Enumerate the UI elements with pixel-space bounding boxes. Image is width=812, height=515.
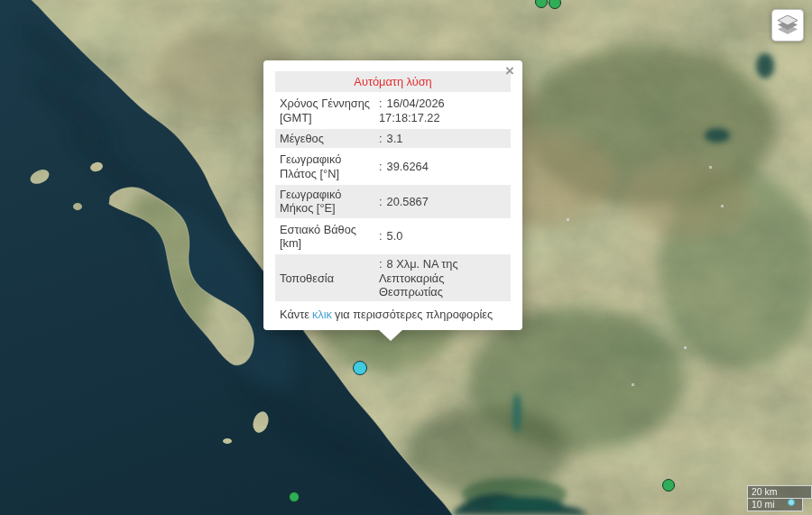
layers-icon <box>777 15 798 35</box>
scale-control: 20 km 10 mi <box>747 485 812 511</box>
row-label: Χρόνος Γέννησης [GMT] <box>280 97 374 124</box>
row-depth: Εστιακό Βάθος [km] :5.0 <box>275 220 511 253</box>
popup-title: Αυτόματη λύση <box>275 71 511 92</box>
popup-close-icon[interactable]: × <box>503 61 516 80</box>
row-magnitude: Μέγεθος :3.1 <box>275 129 511 148</box>
scale-km-label: 20 km <box>747 485 812 499</box>
row-location: Τοποθεσία :8 Χλμ. ΝΑ της Λεπτοκαριάς Θεσ… <box>275 254 511 301</box>
earthquake-marker[interactable] <box>289 492 300 502</box>
row-value: :16/04/2026 17:18:17.22 <box>374 97 506 124</box>
popup-more-info: Κάντεκλικγια περισσότερες πληροφορίες <box>275 303 511 321</box>
earthquake-popup: × Αυτόματη λύση Χρόνος Γέννησης [GMT] :1… <box>263 60 522 330</box>
popup-tail <box>378 329 403 341</box>
row-origin-time: Χρόνος Γέννησης [GMT] :16/04/2026 17:18:… <box>275 94 511 127</box>
earthquake-info-table: Αυτόματη λύση Χρόνος Γέννησης [GMT] :16/… <box>275 71 511 322</box>
row-label: Γεωγραφικό Πλάτος [°N] <box>280 152 374 180</box>
row-value: :20.5867 <box>374 195 506 208</box>
row-latitude: Γεωγραφικό Πλάτος [°N] :39.6264 <box>275 150 511 183</box>
row-longitude: Γεωγραφικό Μήκος [°E] :20.5867 <box>275 185 511 218</box>
click-link[interactable]: κλικ <box>312 308 332 321</box>
earthquake-marker[interactable] <box>353 361 367 375</box>
row-value: :39.6264 <box>374 160 506 173</box>
layers-control-button[interactable] <box>771 9 804 41</box>
earthquake-marker[interactable] <box>662 479 675 492</box>
row-label: Γεωγραφικό Μήκος [°E] <box>280 188 374 216</box>
row-value: :8 Χλμ. ΝΑ της Λεπτοκαριάς Θεσπρωτίας <box>374 257 506 299</box>
row-value: :5.0 <box>374 229 506 243</box>
row-value: :3.1 <box>374 132 506 145</box>
row-label: Μέγεθος <box>280 132 374 145</box>
row-label: Εστιακό Βάθος [km] <box>280 223 374 251</box>
earthquake-marker[interactable] <box>788 499 795 506</box>
row-label: Τοποθεσία <box>280 271 374 285</box>
